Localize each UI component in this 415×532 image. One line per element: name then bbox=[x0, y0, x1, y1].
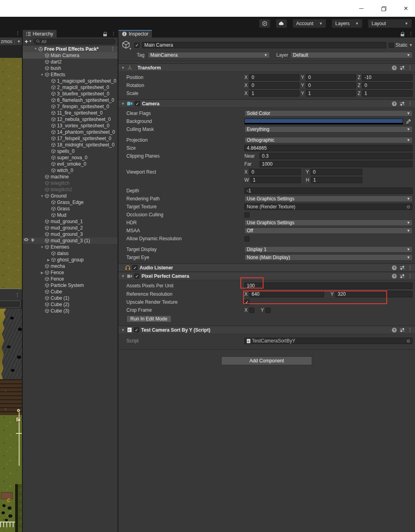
upscale-checkbox[interactable]: ✓ bbox=[244, 300, 250, 305]
kebab-menu-icon[interactable]: ⋮ bbox=[408, 101, 412, 106]
hdr-dropdown[interactable]: Use Graphics Settings▼ bbox=[244, 220, 413, 226]
foldout-arrow-icon[interactable]: ▼ bbox=[121, 102, 125, 106]
run-in-edit-mode-button[interactable]: Run In Edit Mode bbox=[126, 315, 171, 322]
clear-flags-dropdown[interactable]: Solid Color▼ bbox=[244, 110, 413, 117]
near-field[interactable]: 0.3 bbox=[260, 153, 413, 159]
camera-enabled-checkbox[interactable]: ✓ bbox=[135, 101, 140, 106]
hierarchy-item[interactable]: teleglitch bbox=[23, 180, 118, 186]
create-button[interactable]: +▼ bbox=[25, 38, 32, 45]
script-component-header[interactable]: ▼ # ✓ Test Camera Sort By Y (Script) ? ⋮ bbox=[118, 326, 415, 334]
kebab-menu-icon[interactable]: ⋮ bbox=[408, 273, 412, 279]
pixel-perfect-enabled-checkbox[interactable]: ✓ bbox=[134, 273, 140, 279]
kebab-menu-icon[interactable]: ⋮ bbox=[15, 292, 20, 297]
crop-x-checkbox[interactable] bbox=[249, 308, 254, 313]
lock-toggle[interactable] bbox=[101, 30, 109, 38]
hierarchy-item[interactable]: 11_fire_spritesheet_0 bbox=[23, 110, 118, 116]
foldout-arrow-icon[interactable]: ▶ bbox=[46, 258, 51, 262]
script-object-field[interactable]: TestCameraSortByY ⊙ bbox=[244, 338, 413, 344]
foldout-arrow-icon[interactable]: ▼ bbox=[121, 66, 125, 70]
hierarchy-item[interactable]: Cube bbox=[23, 289, 118, 295]
hierarchy-item[interactable]: Grass_Edge bbox=[23, 199, 118, 206]
hierarchy-item[interactable]: witch_0 bbox=[23, 167, 118, 174]
hierarchy-item[interactable]: 2_magic8_spritesheet_0 bbox=[23, 84, 118, 91]
hierarchy-item[interactable]: mud_ground_2 bbox=[23, 225, 118, 231]
version-control-button[interactable]: P bbox=[259, 19, 270, 28]
foldout-arrow-icon[interactable]: ▼ bbox=[39, 194, 45, 198]
hierarchy-item[interactable]: machine bbox=[23, 174, 118, 180]
hierarchy-item[interactable]: Main Camera bbox=[23, 52, 118, 59]
kebab-menu-icon[interactable]: ⋮ bbox=[408, 65, 412, 70]
presets-icon[interactable] bbox=[400, 274, 405, 278]
gizmos-button[interactable]: zmos bbox=[0, 39, 12, 44]
gameobject-icon[interactable]: ▼ bbox=[122, 40, 132, 50]
kebab-menu-icon[interactable]: ⋮ bbox=[407, 30, 415, 38]
rendering-path-dropdown[interactable]: Use Graphics Settings▼ bbox=[244, 196, 413, 202]
hierarchy-item[interactable]: 1_magicspell_spritesheet_0 bbox=[23, 78, 118, 84]
close-button[interactable]: × bbox=[400, 2, 412, 14]
cloud-services-button[interactable] bbox=[276, 19, 287, 28]
hierarchy-item[interactable]: mud_ground_1 bbox=[23, 218, 118, 225]
hierarchy-item[interactable]: Mud bbox=[23, 212, 118, 218]
background-color-swatch[interactable] bbox=[244, 119, 403, 125]
projection-dropdown[interactable]: Orthographic▼ bbox=[244, 137, 413, 143]
kebab-menu-icon[interactable]: ⋮ bbox=[109, 30, 118, 38]
restore-button[interactable] bbox=[378, 2, 389, 14]
overlay-field[interactable] bbox=[0, 301, 21, 308]
position-y-field[interactable]: 0 bbox=[306, 74, 356, 81]
hierarchy-scene-root[interactable]: ▼Free Pixel Effects Pack*⋮ bbox=[23, 45, 118, 52]
help-icon[interactable]: ? bbox=[392, 274, 397, 279]
hierarchy-item[interactable]: daiso bbox=[23, 250, 118, 257]
chevron-down-icon[interactable]: ▼ bbox=[17, 40, 21, 44]
kebab-menu-icon[interactable]: ⋮ bbox=[408, 327, 412, 332]
hierarchy-item[interactable]: super_nova_0 bbox=[23, 154, 118, 161]
layer-dropdown[interactable]: Default▼ bbox=[291, 52, 413, 58]
eye-icon[interactable] bbox=[24, 238, 29, 242]
size-field[interactable]: 4.864865 bbox=[244, 145, 413, 151]
hierarchy-item[interactable]: Cube (3) bbox=[23, 308, 118, 314]
viewport-x-field[interactable]: 0 bbox=[249, 169, 301, 175]
foldout-arrow-icon[interactable]: ▼ bbox=[121, 274, 125, 278]
hierarchy-item[interactable]: 14_phantom_spritesheet_0 bbox=[23, 129, 118, 135]
pixel-perfect-header[interactable]: ▼ ✓ Pixel Perfect Camera ? ⋮ bbox=[118, 272, 415, 280]
object-picker-icon[interactable]: ⊙ bbox=[407, 204, 410, 210]
foldout-arrow-icon[interactable]: ▼ bbox=[121, 328, 125, 332]
occlusion-culling-checkbox[interactable] bbox=[244, 212, 250, 218]
tag-dropdown[interactable]: MainCamera▼ bbox=[148, 52, 270, 58]
hierarchy-item[interactable]: ▼Effects bbox=[23, 71, 118, 78]
object-picker-icon[interactable]: ⊙ bbox=[407, 338, 410, 344]
foldout-arrow-icon[interactable]: ▼ bbox=[39, 245, 45, 249]
hierarchy-item[interactable]: ▶Fence bbox=[23, 269, 118, 276]
scale-y-field[interactable]: 1 bbox=[306, 90, 356, 97]
hierarchy-item[interactable]: 18_midnight_spritesheet_0 bbox=[23, 142, 118, 148]
far-field[interactable]: 1000 bbox=[260, 161, 413, 167]
hierarchy-item[interactable]: Grass bbox=[23, 206, 118, 212]
camera-header[interactable]: ▼ ✓ Camera ? ⋮ bbox=[118, 99, 415, 108]
hierarchy-item[interactable]: dart2 bbox=[23, 59, 118, 65]
msaa-dropdown[interactable]: Off▼ bbox=[244, 227, 413, 234]
minimize-button[interactable] bbox=[355, 2, 367, 14]
gameobject-name-field[interactable]: Main Camera bbox=[142, 42, 386, 48]
presets-icon[interactable] bbox=[400, 102, 405, 106]
viewport-y-field[interactable]: 0 bbox=[311, 169, 362, 175]
position-x-field[interactable]: 0 bbox=[249, 74, 299, 81]
presets-icon[interactable] bbox=[400, 66, 405, 70]
hierarchy-search-input[interactable]: All bbox=[33, 39, 116, 44]
hierarchy-item[interactable]: mecha bbox=[23, 263, 118, 269]
hierarchy-item[interactable]: 17_felspell_spritesheet_0 bbox=[23, 135, 118, 142]
viewport-h-field[interactable]: 1 bbox=[311, 177, 362, 183]
active-checkbox[interactable]: ✓ bbox=[134, 43, 140, 48]
hierarchy-item[interactable]: evil_smoke_0 bbox=[23, 161, 118, 167]
scale-x-field[interactable]: 1 bbox=[249, 90, 299, 97]
help-icon[interactable]: ? bbox=[392, 65, 397, 70]
transform-header[interactable]: ▼ Transform ? ⋮ bbox=[118, 63, 415, 72]
account-dropdown[interactable]: Account▼ bbox=[293, 19, 326, 28]
help-icon[interactable]: ? bbox=[392, 101, 397, 106]
target-eye-dropdown[interactable]: None (Main Display)▼ bbox=[244, 254, 413, 261]
hierarchy-item[interactable]: bush bbox=[23, 65, 118, 71]
chevron-down-icon[interactable]: ▼ bbox=[409, 43, 413, 47]
tab-hierarchy[interactable]: Hierarchy bbox=[23, 30, 57, 38]
hierarchy-item[interactable]: mud_ground_3 bbox=[23, 231, 118, 237]
hierarchy-item[interactable]: 13_vortex_spritesheet_0 bbox=[23, 123, 118, 129]
hierarchy-item[interactable]: Cube (1) bbox=[23, 295, 118, 301]
kebab-menu-icon[interactable]: ⋮ bbox=[110, 46, 115, 51]
